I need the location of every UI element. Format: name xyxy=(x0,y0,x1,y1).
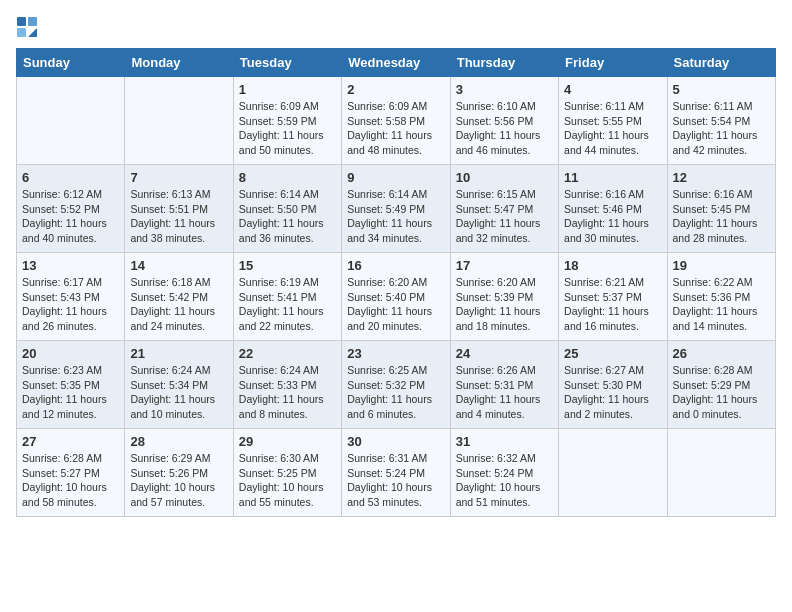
cell-text: Sunrise: 6:19 AM Sunset: 5:41 PM Dayligh… xyxy=(239,275,336,334)
cell-text: Sunrise: 6:12 AM Sunset: 5:52 PM Dayligh… xyxy=(22,187,119,246)
cell-text: Sunrise: 6:14 AM Sunset: 5:49 PM Dayligh… xyxy=(347,187,444,246)
cell-text: Sunrise: 6:20 AM Sunset: 5:39 PM Dayligh… xyxy=(456,275,553,334)
calendar-cell: 2Sunrise: 6:09 AM Sunset: 5:58 PM Daylig… xyxy=(342,77,450,165)
cell-text: Sunrise: 6:25 AM Sunset: 5:32 PM Dayligh… xyxy=(347,363,444,422)
calendar-cell: 10Sunrise: 6:15 AM Sunset: 5:47 PM Dayli… xyxy=(450,165,558,253)
day-number: 3 xyxy=(456,82,553,97)
calendar-cell: 20Sunrise: 6:23 AM Sunset: 5:35 PM Dayli… xyxy=(17,341,125,429)
calendar-cell: 18Sunrise: 6:21 AM Sunset: 5:37 PM Dayli… xyxy=(559,253,667,341)
cell-text: Sunrise: 6:11 AM Sunset: 5:55 PM Dayligh… xyxy=(564,99,661,158)
day-number: 15 xyxy=(239,258,336,273)
calendar-cell xyxy=(667,429,775,517)
cell-text: Sunrise: 6:28 AM Sunset: 5:29 PM Dayligh… xyxy=(673,363,770,422)
day-number: 19 xyxy=(673,258,770,273)
calendar-cell: 15Sunrise: 6:19 AM Sunset: 5:41 PM Dayli… xyxy=(233,253,341,341)
day-number: 4 xyxy=(564,82,661,97)
cell-text: Sunrise: 6:21 AM Sunset: 5:37 PM Dayligh… xyxy=(564,275,661,334)
cell-text: Sunrise: 6:20 AM Sunset: 5:40 PM Dayligh… xyxy=(347,275,444,334)
svg-rect-0 xyxy=(17,17,26,26)
day-number: 25 xyxy=(564,346,661,361)
header xyxy=(16,16,776,38)
cell-text: Sunrise: 6:16 AM Sunset: 5:45 PM Dayligh… xyxy=(673,187,770,246)
calendar-cell: 29Sunrise: 6:30 AM Sunset: 5:25 PM Dayli… xyxy=(233,429,341,517)
cell-text: Sunrise: 6:14 AM Sunset: 5:50 PM Dayligh… xyxy=(239,187,336,246)
calendar-cell: 8Sunrise: 6:14 AM Sunset: 5:50 PM Daylig… xyxy=(233,165,341,253)
cell-text: Sunrise: 6:23 AM Sunset: 5:35 PM Dayligh… xyxy=(22,363,119,422)
day-number: 11 xyxy=(564,170,661,185)
cell-text: Sunrise: 6:32 AM Sunset: 5:24 PM Dayligh… xyxy=(456,451,553,510)
day-number: 16 xyxy=(347,258,444,273)
cell-text: Sunrise: 6:30 AM Sunset: 5:25 PM Dayligh… xyxy=(239,451,336,510)
day-number: 20 xyxy=(22,346,119,361)
calendar-cell: 14Sunrise: 6:18 AM Sunset: 5:42 PM Dayli… xyxy=(125,253,233,341)
calendar-cell: 17Sunrise: 6:20 AM Sunset: 5:39 PM Dayli… xyxy=(450,253,558,341)
calendar-cell: 13Sunrise: 6:17 AM Sunset: 5:43 PM Dayli… xyxy=(17,253,125,341)
weekday-header: Monday xyxy=(125,49,233,77)
weekday-header: Friday xyxy=(559,49,667,77)
calendar-cell: 23Sunrise: 6:25 AM Sunset: 5:32 PM Dayli… xyxy=(342,341,450,429)
calendar-week-row: 1Sunrise: 6:09 AM Sunset: 5:59 PM Daylig… xyxy=(17,77,776,165)
cell-text: Sunrise: 6:13 AM Sunset: 5:51 PM Dayligh… xyxy=(130,187,227,246)
weekday-header: Wednesday xyxy=(342,49,450,77)
calendar-cell: 7Sunrise: 6:13 AM Sunset: 5:51 PM Daylig… xyxy=(125,165,233,253)
day-number: 27 xyxy=(22,434,119,449)
calendar-cell: 30Sunrise: 6:31 AM Sunset: 5:24 PM Dayli… xyxy=(342,429,450,517)
weekday-header: Sunday xyxy=(17,49,125,77)
calendar-week-row: 6Sunrise: 6:12 AM Sunset: 5:52 PM Daylig… xyxy=(17,165,776,253)
calendar-table: SundayMondayTuesdayWednesdayThursdayFrid… xyxy=(16,48,776,517)
cell-text: Sunrise: 6:22 AM Sunset: 5:36 PM Dayligh… xyxy=(673,275,770,334)
cell-text: Sunrise: 6:09 AM Sunset: 5:58 PM Dayligh… xyxy=(347,99,444,158)
cell-text: Sunrise: 6:27 AM Sunset: 5:30 PM Dayligh… xyxy=(564,363,661,422)
cell-text: Sunrise: 6:24 AM Sunset: 5:33 PM Dayligh… xyxy=(239,363,336,422)
calendar-cell xyxy=(125,77,233,165)
calendar-week-row: 13Sunrise: 6:17 AM Sunset: 5:43 PM Dayli… xyxy=(17,253,776,341)
calendar-cell: 1Sunrise: 6:09 AM Sunset: 5:59 PM Daylig… xyxy=(233,77,341,165)
svg-rect-1 xyxy=(28,17,37,26)
cell-text: Sunrise: 6:26 AM Sunset: 5:31 PM Dayligh… xyxy=(456,363,553,422)
calendar-cell: 5Sunrise: 6:11 AM Sunset: 5:54 PM Daylig… xyxy=(667,77,775,165)
day-number: 17 xyxy=(456,258,553,273)
calendar-week-row: 27Sunrise: 6:28 AM Sunset: 5:27 PM Dayli… xyxy=(17,429,776,517)
calendar-cell: 11Sunrise: 6:16 AM Sunset: 5:46 PM Dayli… xyxy=(559,165,667,253)
cell-text: Sunrise: 6:10 AM Sunset: 5:56 PM Dayligh… xyxy=(456,99,553,158)
calendar-cell: 9Sunrise: 6:14 AM Sunset: 5:49 PM Daylig… xyxy=(342,165,450,253)
weekday-header: Thursday xyxy=(450,49,558,77)
cell-text: Sunrise: 6:15 AM Sunset: 5:47 PM Dayligh… xyxy=(456,187,553,246)
calendar-cell: 6Sunrise: 6:12 AM Sunset: 5:52 PM Daylig… xyxy=(17,165,125,253)
cell-text: Sunrise: 6:18 AM Sunset: 5:42 PM Dayligh… xyxy=(130,275,227,334)
calendar-cell: 24Sunrise: 6:26 AM Sunset: 5:31 PM Dayli… xyxy=(450,341,558,429)
logo xyxy=(16,16,42,38)
calendar-cell: 19Sunrise: 6:22 AM Sunset: 5:36 PM Dayli… xyxy=(667,253,775,341)
day-number: 14 xyxy=(130,258,227,273)
cell-text: Sunrise: 6:31 AM Sunset: 5:24 PM Dayligh… xyxy=(347,451,444,510)
weekday-header: Saturday xyxy=(667,49,775,77)
calendar-cell: 16Sunrise: 6:20 AM Sunset: 5:40 PM Dayli… xyxy=(342,253,450,341)
svg-rect-2 xyxy=(17,28,26,37)
cell-text: Sunrise: 6:16 AM Sunset: 5:46 PM Dayligh… xyxy=(564,187,661,246)
day-number: 24 xyxy=(456,346,553,361)
day-number: 22 xyxy=(239,346,336,361)
day-number: 6 xyxy=(22,170,119,185)
logo-icon xyxy=(16,16,38,38)
day-number: 8 xyxy=(239,170,336,185)
day-number: 1 xyxy=(239,82,336,97)
calendar-cell: 26Sunrise: 6:28 AM Sunset: 5:29 PM Dayli… xyxy=(667,341,775,429)
calendar-cell xyxy=(559,429,667,517)
calendar-cell: 28Sunrise: 6:29 AM Sunset: 5:26 PM Dayli… xyxy=(125,429,233,517)
calendar-cell: 3Sunrise: 6:10 AM Sunset: 5:56 PM Daylig… xyxy=(450,77,558,165)
calendar-cell xyxy=(17,77,125,165)
day-number: 12 xyxy=(673,170,770,185)
calendar-cell: 4Sunrise: 6:11 AM Sunset: 5:55 PM Daylig… xyxy=(559,77,667,165)
day-number: 31 xyxy=(456,434,553,449)
day-number: 10 xyxy=(456,170,553,185)
day-number: 9 xyxy=(347,170,444,185)
cell-text: Sunrise: 6:09 AM Sunset: 5:59 PM Dayligh… xyxy=(239,99,336,158)
calendar-week-row: 20Sunrise: 6:23 AM Sunset: 5:35 PM Dayli… xyxy=(17,341,776,429)
calendar-cell: 21Sunrise: 6:24 AM Sunset: 5:34 PM Dayli… xyxy=(125,341,233,429)
day-number: 29 xyxy=(239,434,336,449)
calendar-cell: 12Sunrise: 6:16 AM Sunset: 5:45 PM Dayli… xyxy=(667,165,775,253)
day-number: 13 xyxy=(22,258,119,273)
header-row: SundayMondayTuesdayWednesdayThursdayFrid… xyxy=(17,49,776,77)
day-number: 21 xyxy=(130,346,227,361)
day-number: 5 xyxy=(673,82,770,97)
